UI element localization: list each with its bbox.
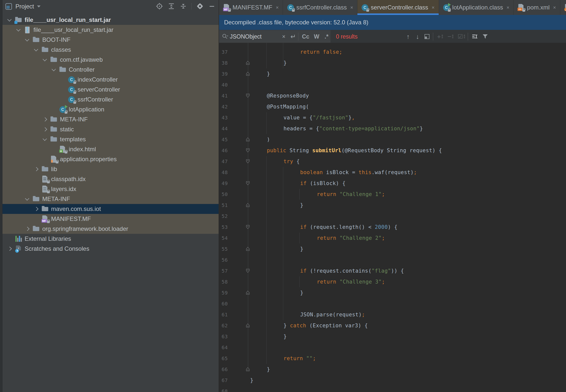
tree-item-layers-idx[interactable]: layers.idx	[2, 184, 219, 194]
tree-item-templates[interactable]: templates	[2, 134, 219, 144]
fold-marker-icon[interactable]	[246, 291, 250, 295]
search-icon[interactable]	[221, 30, 229, 43]
close-icon[interactable]: ×	[432, 5, 435, 10]
chevron-down-icon[interactable]	[37, 5, 41, 7]
tree-item-file-usr-local-run-start-jar[interactable]: file____usr_local_run_start.jar	[2, 25, 219, 35]
tree-item-indexcontroller[interactable]: CindexController	[2, 75, 219, 85]
hide-panel-icon[interactable]	[208, 2, 216, 10]
tree-item-meta-inf[interactable]: META-INF	[2, 194, 219, 204]
chevron-down-icon[interactable]	[42, 136, 48, 143]
close-icon[interactable]: ×	[350, 5, 353, 10]
tab-servercontroller-class[interactable]: CserverController.class×	[357, 0, 439, 15]
newline-icon[interactable]: ↵	[289, 30, 298, 43]
chevron-down-icon[interactable]	[24, 196, 31, 202]
next-occurrence-icon[interactable]: ↓	[413, 30, 422, 43]
chevron-right-icon[interactable]	[42, 116, 48, 123]
code-text: }	[267, 68, 270, 79]
fold-marker-icon[interactable]	[246, 61, 250, 65]
tree-item-lib[interactable]: lib	[2, 164, 219, 174]
fold-marker-icon[interactable]	[246, 323, 250, 328]
words-toggle[interactable]: W	[312, 30, 322, 43]
chevron-right-icon[interactable]	[24, 226, 31, 232]
chevron-down-icon[interactable]	[6, 17, 13, 23]
tree-item-lotapplication[interactable]: ClotApplication	[2, 104, 219, 114]
tree-item-index-html[interactable]: Hindex.html	[2, 144, 219, 154]
chevron-down-icon[interactable]	[51, 66, 57, 73]
expand-all-icon[interactable]	[168, 2, 175, 10]
search-input[interactable]	[229, 32, 279, 42]
fold-marker-icon[interactable]	[246, 225, 250, 229]
remove-selection-icon[interactable]: −	[445, 30, 455, 43]
tree-item-controller[interactable]: Controller	[2, 65, 219, 75]
line-number: 67	[222, 375, 228, 386]
scratches-icon: ›	[15, 245, 22, 252]
tree-item-classpath-idx[interactable]: classpath.idx	[2, 174, 219, 184]
fold-marker-icon[interactable]	[246, 203, 250, 207]
tree-item-scratches-and-consoles[interactable]: ›Scratches and Consoles	[2, 244, 219, 254]
fold-marker-icon[interactable]	[246, 72, 250, 76]
tree-item-classes[interactable]: classes	[2, 45, 219, 55]
chevron-right-icon[interactable]	[33, 166, 40, 172]
folder-icon	[50, 126, 58, 133]
code-line-67: 67}	[219, 375, 566, 386]
line-number: 45	[222, 134, 228, 145]
tree-item-label: application.properties	[60, 156, 117, 163]
tree-item-manifest-mf[interactable]: MFMANIFEST.MF	[2, 214, 219, 224]
filter-lines-icon[interactable]	[470, 30, 480, 43]
code-text: @PostMapping(	[267, 101, 309, 112]
tree-item-ssrfcontroller[interactable]: CssrfController	[2, 95, 219, 104]
fold-marker-icon[interactable]	[246, 94, 250, 98]
prev-occurrence-icon[interactable]: ↑	[404, 30, 413, 43]
close-icon[interactable]: ×	[276, 5, 279, 10]
clear-icon[interactable]: ×	[279, 30, 288, 43]
match-case-toggle[interactable]: Cc	[300, 30, 311, 43]
locate-icon[interactable]	[156, 2, 163, 10]
fold-marker-icon[interactable]	[246, 137, 250, 142]
tab-pom-xml[interactable]: <>pom.xml×	[514, 0, 560, 15]
tree-item-file-usr-local-run-start-jar[interactable]: file____usr_local_run_start.jar	[2, 15, 219, 25]
tree-item-application-properties[interactable]: application.properties	[2, 154, 219, 164]
settings-icon[interactable]	[196, 2, 204, 10]
folder-icon	[33, 225, 40, 233]
regex-toggle[interactable]: .*	[322, 30, 331, 43]
chevron-down-icon[interactable]	[33, 47, 40, 53]
tree-item-external-libraries[interactable]: External Libraries	[2, 234, 219, 244]
add-selection-icon[interactable]: +	[435, 30, 445, 43]
code-area[interactable]: 3637return false;38}39}4041@ResponseBody…	[219, 43, 566, 392]
tab-partial[interactable]: J	[560, 0, 566, 15]
code-line-37: 37return false;	[219, 47, 566, 57]
tree-item-static[interactable]: static	[2, 124, 219, 134]
chevron-down-icon[interactable]	[42, 56, 48, 63]
tree-item-maven-com-sus-iot[interactable]: maven.com.sus.iot	[2, 204, 219, 214]
tree-item-meta-inf[interactable]: META-INF	[2, 114, 219, 124]
tab-lotapplication-class[interactable]: ClotApplication.class×	[439, 0, 514, 15]
collapse-all-icon[interactable]	[180, 2, 187, 10]
chevron-down-icon[interactable]	[24, 37, 31, 43]
chevron-right-icon[interactable]	[42, 126, 48, 133]
tree-item-org-springframework-boot-loader[interactable]: org.springframework.boot.loader	[2, 224, 219, 234]
fold-marker-icon[interactable]	[246, 247, 250, 251]
tree-item-boot-inf[interactable]: BOOT-INF	[2, 35, 219, 45]
chevron-down-icon[interactable]	[15, 27, 22, 33]
fold-marker-icon[interactable]	[246, 181, 250, 185]
filter-icon[interactable]	[480, 30, 490, 43]
tree-item-com-ctf-javaweb[interactable]: com.ctf.javaweb	[2, 55, 219, 65]
fold-marker-icon[interactable]	[246, 269, 250, 273]
panel-title[interactable]: Project	[15, 3, 34, 10]
fold-marker-icon[interactable]	[246, 367, 250, 371]
code-line-60: 60	[219, 298, 566, 309]
select-occurrences-checkbox-icon[interactable]: ☑	[456, 30, 467, 43]
tab-ssrfcontroller-class[interactable]: CssrfController.class×	[283, 0, 357, 15]
code-text: value = {"/fastjson"},	[283, 112, 355, 123]
fold-marker-icon[interactable]	[246, 159, 250, 163]
chevron-right-icon[interactable]	[33, 206, 40, 212]
properties-icon	[50, 155, 58, 163]
folder-icon	[42, 205, 49, 213]
select-all-occurrences-icon[interactable]	[423, 30, 431, 43]
fold-marker-icon[interactable]	[246, 148, 250, 152]
tab-manifest-mf[interactable]: MFMANIFEST.MF×	[219, 0, 283, 15]
tree-item-servercontroller[interactable]: CserverController	[2, 85, 219, 95]
chevron-right-icon[interactable]	[6, 245, 13, 252]
close-icon[interactable]: ×	[507, 5, 510, 10]
close-icon[interactable]: ×	[553, 5, 556, 10]
